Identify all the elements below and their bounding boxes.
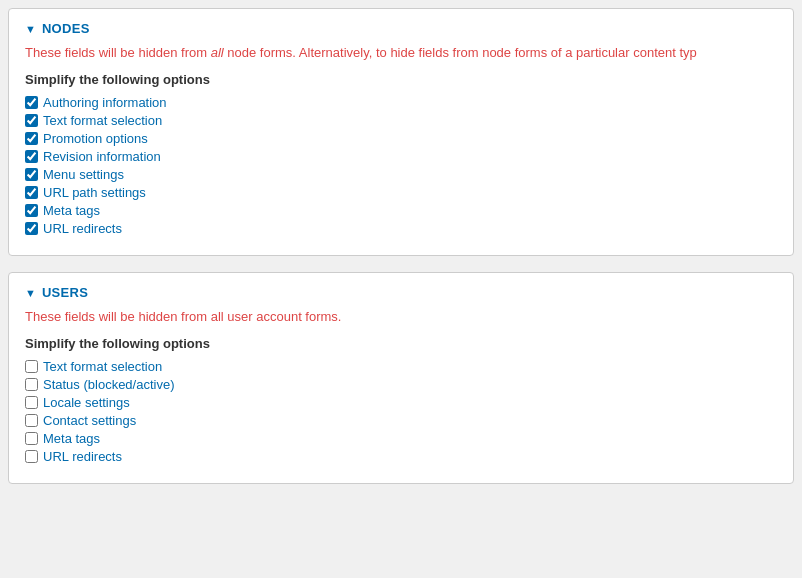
nodes-section: ▼ NODES These fields will be hidden from… [8,8,794,256]
nodes-options-list: Authoring information Text format select… [25,95,777,236]
node-text-format-checkbox[interactable] [25,114,38,127]
user-text-format-checkbox[interactable] [25,360,38,373]
user-locale-checkbox[interactable] [25,396,38,409]
users-options-list: Text format selection Status (blocked/ac… [25,359,777,464]
list-item: Authoring information [25,95,777,110]
node-promotion-label[interactable]: Promotion options [43,131,148,146]
node-menu-checkbox[interactable] [25,168,38,181]
users-section: ▼ USERS These fields will be hidden from… [8,272,794,484]
list-item: URL path settings [25,185,777,200]
node-url-path-checkbox[interactable] [25,186,38,199]
user-contact-checkbox[interactable] [25,414,38,427]
list-item: Locale settings [25,395,777,410]
node-url-redirects-checkbox[interactable] [25,222,38,235]
users-collapse-icon[interactable]: ▼ [25,287,36,299]
user-meta-tags-label[interactable]: Meta tags [43,431,100,446]
nodes-desc-before: These fields will be hidden from [25,45,211,60]
user-url-redirects-checkbox[interactable] [25,450,38,463]
list-item: Meta tags [25,203,777,218]
user-status-label[interactable]: Status (blocked/active) [43,377,175,392]
users-description: These fields will be hidden from all use… [25,308,777,326]
nodes-collapse-icon[interactable]: ▼ [25,23,36,35]
users-section-header: ▼ USERS [25,285,777,300]
user-meta-tags-checkbox[interactable] [25,432,38,445]
list-item: Text format selection [25,113,777,128]
user-status-checkbox[interactable] [25,378,38,391]
list-item: Revision information [25,149,777,164]
nodes-simplify-label: Simplify the following options [25,72,777,87]
list-item: Meta tags [25,431,777,446]
node-text-format-label[interactable]: Text format selection [43,113,162,128]
list-item: URL redirects [25,449,777,464]
node-authoring-checkbox[interactable] [25,96,38,109]
node-url-path-label[interactable]: URL path settings [43,185,146,200]
node-authoring-label[interactable]: Authoring information [43,95,167,110]
user-locale-label[interactable]: Locale settings [43,395,130,410]
list-item: Status (blocked/active) [25,377,777,392]
node-menu-label[interactable]: Menu settings [43,167,124,182]
nodes-desc-after: node forms. Alternatively, to hide field… [224,45,697,60]
nodes-section-title: NODES [42,21,90,36]
users-section-title: USERS [42,285,88,300]
node-promotion-checkbox[interactable] [25,132,38,145]
node-url-redirects-label[interactable]: URL redirects [43,221,122,236]
list-item: Promotion options [25,131,777,146]
list-item: URL redirects [25,221,777,236]
user-url-redirects-label[interactable]: URL redirects [43,449,122,464]
nodes-section-header: ▼ NODES [25,21,777,36]
user-text-format-label[interactable]: Text format selection [43,359,162,374]
node-revision-checkbox[interactable] [25,150,38,163]
list-item: Text format selection [25,359,777,374]
nodes-desc-italic: all [211,45,224,60]
node-meta-tags-checkbox[interactable] [25,204,38,217]
list-item: Contact settings [25,413,777,428]
node-meta-tags-label[interactable]: Meta tags [43,203,100,218]
node-revision-label[interactable]: Revision information [43,149,161,164]
users-simplify-label: Simplify the following options [25,336,777,351]
nodes-description: These fields will be hidden from all nod… [25,44,777,62]
user-contact-label[interactable]: Contact settings [43,413,136,428]
list-item: Menu settings [25,167,777,182]
